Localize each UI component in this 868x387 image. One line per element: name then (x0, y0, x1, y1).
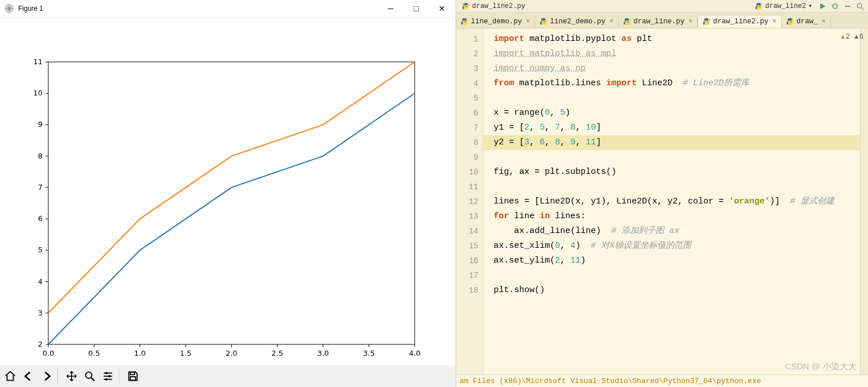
svg-text:4: 4 (38, 277, 43, 286)
svg-text:8: 8 (38, 152, 43, 160)
code-line[interactable]: lines = [Line2D(x, y1), Line2D(x, y2, co… (483, 194, 868, 209)
plot-canvas[interactable]: 0.00.51.01.52.02.53.03.54.0234567891011 (0, 18, 456, 365)
close-tab-icon[interactable]: × (610, 18, 614, 26)
run-icon[interactable] (817, 1, 828, 12)
mpl-toolbar (0, 365, 456, 387)
window-title: Figure 1 (18, 5, 378, 13)
svg-text:3.0: 3.0 (317, 349, 329, 357)
close-tab-icon[interactable]: × (821, 18, 825, 26)
svg-point-55 (464, 3, 465, 4)
editor-tab[interactable]: line2_demo.py× (535, 15, 619, 28)
code-line[interactable]: y2 = [3, 6, 8, 9, 11] (483, 135, 868, 150)
status-bar: am Files (x86)\Microsoft Visual Studio\S… (456, 374, 868, 387)
maximize-button[interactable]: □ (403, 0, 429, 17)
editor-tab[interactable]: draw_× (782, 15, 831, 28)
debug-icon[interactable] (829, 1, 841, 12)
run-config[interactable]: draw_line2 ▾ (752, 2, 816, 10)
close-tab-icon[interactable]: × (526, 18, 530, 26)
toolbar-separator (119, 368, 122, 384)
code-line[interactable]: for line in lines: (483, 209, 868, 224)
svg-text:2.0: 2.0 (226, 349, 237, 357)
code-line[interactable]: ax.set_xlim(0, 4) # 对X轴设置坐标值的范围 (483, 239, 868, 253)
code-line[interactable] (483, 91, 868, 106)
svg-text:1.0: 1.0 (134, 349, 146, 357)
editor-tabs: line_demo.py×line2_demo.py×draw_line.py×… (456, 13, 868, 28)
svg-point-51 (108, 375, 111, 377)
scroll-marker-bar (860, 28, 868, 374)
svg-text:3.5: 3.5 (363, 349, 375, 357)
svg-text:5: 5 (38, 245, 43, 254)
toolbar-separator (57, 368, 61, 384)
configure-button[interactable] (99, 368, 116, 385)
code-line[interactable]: from matplotlib.lines import Line2D # Li… (483, 76, 868, 91)
code-line[interactable] (483, 150, 868, 165)
svg-rect-53 (130, 372, 134, 375)
more-icon[interactable] (842, 1, 853, 12)
svg-text:0.5: 0.5 (88, 349, 100, 357)
close-tab-icon[interactable]: × (688, 18, 692, 26)
inspection-badges[interactable]: 2 6 (841, 33, 863, 41)
search-icon[interactable] (854, 1, 866, 12)
code-line[interactable] (483, 180, 868, 194)
titlebar[interactable]: Figure 1 ─ □ ✕ (0, 0, 456, 18)
svg-point-56 (467, 8, 468, 9)
svg-text:4.0: 4.0 (409, 349, 421, 357)
matplotlib-icon (3, 3, 15, 14)
svg-text:1.5: 1.5 (180, 349, 192, 357)
ide-pane: draw_line2.py draw_line2 ▾ line_demo.py×… (456, 0, 868, 387)
code-line[interactable]: ax.set_ylim(2, 11) (483, 253, 868, 268)
svg-line-46 (91, 378, 95, 381)
close-tab-icon[interactable]: × (773, 18, 777, 26)
code-line[interactable]: plt.show() (483, 283, 868, 298)
close-button[interactable]: ✕ (429, 0, 454, 17)
svg-rect-61 (845, 6, 850, 7)
code-line[interactable]: import matplotlib as mpl (483, 47, 868, 61)
zoom-button[interactable] (81, 368, 98, 385)
breadcrumb-label: draw_line2.py (472, 2, 525, 10)
svg-text:10: 10 (33, 89, 43, 97)
code-line[interactable]: import matplotlib.pyplot as plt (483, 32, 868, 47)
svg-text:6: 6 (38, 214, 43, 223)
svg-text:11: 11 (33, 57, 43, 66)
svg-text:2.5: 2.5 (272, 349, 283, 357)
back-button[interactable] (20, 368, 37, 385)
editor-tab[interactable]: draw_line.py× (619, 15, 698, 28)
svg-text:0.0: 0.0 (43, 349, 55, 357)
forward-button[interactable] (38, 368, 55, 385)
svg-text:9: 9 (38, 120, 43, 128)
svg-line-63 (861, 7, 863, 10)
code-line[interactable]: fig, ax = plt.subplots() (483, 165, 868, 180)
svg-rect-6 (48, 62, 415, 344)
svg-text:3: 3 (38, 309, 43, 317)
home-button[interactable] (2, 368, 19, 385)
code-line[interactable]: ax.add_line(line) # 添加到子图 ax (483, 224, 868, 239)
svg-text:2: 2 (38, 340, 43, 348)
minimize-button[interactable]: ─ (378, 0, 403, 17)
matplotlib-window: Figure 1 ─ □ ✕ 0.00.51.01.52.02.53.03.54… (0, 0, 456, 387)
code-line[interactable]: import numpy as np (483, 61, 868, 76)
editor-tab[interactable]: draw_line2.py× (698, 15, 782, 28)
gutter: 123456789101112131415161718 (456, 28, 483, 374)
editor-tab[interactable]: line_demo.py× (456, 15, 535, 28)
code-area[interactable]: 123456789101112131415161718 2 6 import m… (456, 28, 868, 374)
svg-point-62 (857, 3, 862, 8)
breadcrumb-tab[interactable]: draw_line2.py (458, 2, 529, 10)
warning-count[interactable]: 2 (841, 33, 850, 41)
svg-point-57 (833, 4, 837, 9)
weak-warning-count[interactable]: 6 (854, 33, 863, 41)
save-button[interactable] (124, 368, 141, 385)
svg-point-52 (105, 378, 107, 380)
svg-point-45 (86, 372, 92, 378)
pan-button[interactable] (63, 368, 80, 385)
code-line[interactable]: x = range(0, 5) (483, 106, 868, 120)
ide-top-strip: draw_line2.py draw_line2 ▾ (456, 0, 868, 13)
svg-text:7: 7 (38, 183, 43, 192)
code[interactable]: 2 6 import matplotlib.pyplot as pltimpor… (483, 28, 868, 374)
code-line[interactable] (483, 268, 868, 283)
svg-point-50 (105, 372, 107, 374)
svg-rect-54 (130, 377, 135, 380)
watermark: CSDN @ 小染大大 (785, 361, 857, 372)
code-line[interactable]: y1 = [2, 5, 7, 8, 10] (483, 120, 868, 135)
